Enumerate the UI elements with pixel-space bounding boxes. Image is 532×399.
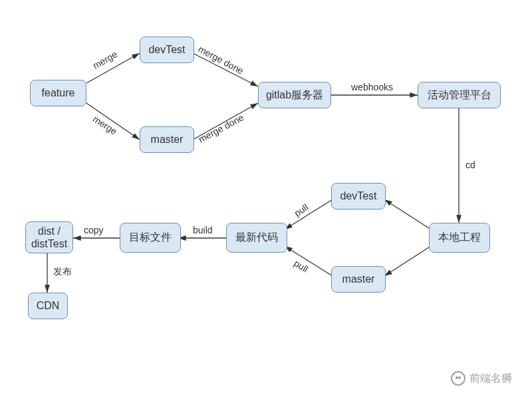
node-local: 本地工程: [429, 223, 490, 253]
node-devtest-top: devTest: [140, 37, 194, 63]
wechat-icon: [451, 371, 466, 386]
node-platform: 活动管理平台: [418, 82, 501, 108]
label-webhooks: webhooks: [351, 82, 393, 92]
watermark: 前端名狮: [451, 371, 512, 386]
svg-line-6: [384, 200, 431, 229]
node-cdn: CDN: [28, 293, 68, 319]
node-gitlab: gitlab服务器: [258, 82, 331, 108]
node-feature: feature: [30, 80, 86, 106]
node-dist: dist / distTest: [25, 221, 73, 253]
label-publish: 发布: [53, 266, 72, 278]
svg-line-7: [384, 246, 431, 276]
svg-line-9: [285, 246, 332, 276]
node-latest: 最新代码: [226, 223, 287, 253]
node-master-top: master: [140, 126, 194, 153]
label-pull-1: pull: [292, 201, 310, 219]
label-pull-2: pull: [292, 257, 310, 274]
label-merge-done-1: merge done: [197, 43, 245, 76]
label-merge-1: merge: [91, 49, 119, 71]
node-target: 目标文件: [120, 223, 181, 253]
node-devtest-bottom: devTest: [331, 183, 386, 209]
watermark-text: 前端名狮: [469, 372, 512, 386]
label-merge-2: merge: [91, 113, 119, 136]
label-copy: copy: [84, 225, 104, 235]
label-build: build: [193, 225, 213, 235]
label-merge-done-2: merge done: [197, 112, 245, 144]
svg-line-8: [285, 200, 332, 229]
edges-layer: [0, 0, 532, 399]
label-cd: cd: [466, 160, 475, 170]
node-master-bottom: master: [331, 266, 386, 293]
